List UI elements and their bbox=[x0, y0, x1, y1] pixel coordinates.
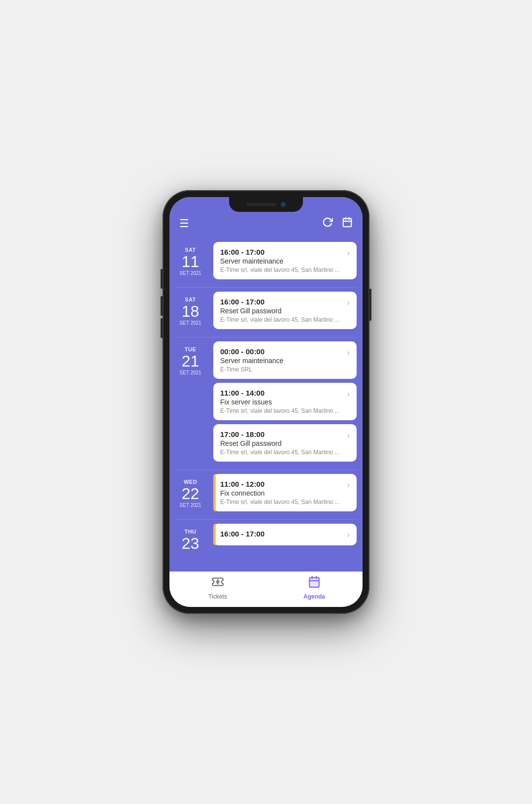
day-group-tue21: TUE 21 SET 2021 00:00 - 00:00 Server mai… bbox=[169, 337, 363, 469]
events-col-tue21: 00:00 - 00:00 Server mainteinance E-Time… bbox=[211, 337, 363, 469]
event-info: 16:00 - 17:00 Server mainteinance E-Time… bbox=[220, 248, 343, 273]
day-name: WED bbox=[184, 479, 197, 485]
header-right bbox=[322, 217, 353, 231]
event-location: E-Time SRL bbox=[220, 366, 343, 373]
menu-icon[interactable]: ☰ bbox=[179, 217, 189, 230]
tab-bar: Tickets Agenda bbox=[169, 571, 363, 607]
day-month: SET 2021 bbox=[179, 320, 201, 326]
chevron-icon: › bbox=[347, 390, 350, 399]
event-location: E-Time srl, viale del lavoro 45, San Mar… bbox=[220, 316, 343, 323]
day-month: SET 2021 bbox=[179, 370, 201, 375]
day-num: 21 bbox=[182, 353, 200, 369]
chevron-icon: › bbox=[347, 348, 350, 357]
events-col-sat18: 16:00 - 17:00 Reset Gill password E-Time… bbox=[211, 288, 363, 337]
chevron-icon: › bbox=[347, 431, 350, 440]
event-card[interactable]: 16:00 - 17:00 Server mainteinance E-Time… bbox=[213, 242, 357, 279]
event-time: 16:00 - 17:00 bbox=[220, 298, 343, 306]
event-info: 16:00 - 17:00 Reset Gill password E-Time… bbox=[220, 298, 343, 323]
event-location: E-Time srl, viale del lavoro 45, San Mar… bbox=[220, 407, 343, 414]
event-row: 11:00 - 12:00 Fix connection E-Time srl,… bbox=[220, 480, 350, 505]
tab-agenda[interactable]: Agenda bbox=[266, 575, 363, 604]
tickets-icon bbox=[211, 575, 224, 591]
day-month: SET 2021 bbox=[179, 270, 201, 276]
event-location: E-Time srl, viale del lavoro 45, San Mar… bbox=[220, 267, 343, 273]
svg-rect-0 bbox=[343, 219, 352, 227]
event-row: 11:00 - 14:00 Fix server issues E-Time s… bbox=[220, 389, 350, 414]
events-col-wed22: 11:00 - 12:00 Fix connection E-Time srl,… bbox=[211, 470, 363, 519]
event-card[interactable]: 16:00 - 17:00 Reset Gill password E-Time… bbox=[213, 292, 357, 329]
event-time: 11:00 - 12:00 bbox=[220, 480, 343, 488]
camera bbox=[281, 202, 286, 207]
event-title: Server mainteinance bbox=[220, 357, 343, 365]
day-group-thu23: THU 23 16:00 - 17:00 › bbox=[169, 520, 363, 561]
event-info: 16:00 - 17:00 bbox=[220, 530, 343, 538]
chevron-icon: › bbox=[347, 299, 350, 307]
day-name: THU bbox=[184, 529, 196, 535]
event-info: 00:00 - 00:00 Server mainteinance E-Time… bbox=[220, 347, 343, 373]
event-card-tue21-2[interactable]: 11:00 - 14:00 Fix server issues E-Time s… bbox=[213, 383, 357, 420]
chevron-icon: › bbox=[347, 531, 350, 539]
event-row: 16:00 - 17:00 Server mainteinance E-Time… bbox=[220, 248, 350, 273]
event-title: Reset Gill password bbox=[220, 439, 343, 447]
day-label-tue21: TUE 21 SET 2021 bbox=[169, 337, 211, 469]
agenda-icon bbox=[308, 575, 321, 591]
day-name: TUE bbox=[185, 346, 197, 352]
day-num: 18 bbox=[182, 303, 200, 319]
event-row: 16:00 - 17:00 Reset Gill password E-Time… bbox=[220, 298, 350, 323]
svg-rect-5 bbox=[309, 577, 319, 587]
event-row: 16:00 - 17:00 › bbox=[220, 530, 350, 539]
event-title: Fix server issues bbox=[220, 398, 343, 406]
event-time: 16:00 - 17:00 bbox=[220, 248, 343, 256]
event-time: 00:00 - 00:00 bbox=[220, 347, 343, 356]
event-title: Reset Gill password bbox=[220, 307, 343, 315]
event-location: E-Time srl, viale del lavoro 45, San Mar… bbox=[220, 449, 343, 456]
event-title: Fix connection bbox=[220, 489, 343, 497]
event-info: 11:00 - 12:00 Fix connection E-Time srl,… bbox=[220, 480, 343, 505]
day-group-sat18: SAT 18 SET 2021 16:00 - 17:00 Reset Gill… bbox=[169, 288, 363, 337]
events-col-thu23: 16:00 - 17:00 › bbox=[211, 520, 363, 561]
day-name: SAT bbox=[185, 247, 196, 253]
speaker bbox=[246, 203, 276, 206]
event-info: 17:00 - 18:00 Reset Gill password E-Time… bbox=[220, 430, 343, 456]
event-card-tue21-3[interactable]: 17:00 - 18:00 Reset Gill password E-Time… bbox=[213, 424, 357, 462]
event-info: 11:00 - 14:00 Fix server issues E-Time s… bbox=[220, 389, 343, 414]
event-row: 17:00 - 18:00 Reset Gill password E-Time… bbox=[220, 430, 350, 456]
day-group-wed22: WED 22 SET 2021 11:00 - 12:00 Fix connec… bbox=[169, 470, 363, 519]
day-label-wed22: WED 22 SET 2021 bbox=[169, 470, 211, 519]
tab-agenda-label: Agenda bbox=[303, 593, 325, 600]
phone-wrapper: ☰ bbox=[163, 190, 369, 614]
event-location: E-Time srl, viale del lavoro 45, San Mar… bbox=[220, 499, 343, 505]
chevron-icon: › bbox=[347, 249, 350, 258]
day-label-sat11: SAT 11 SET 2021 bbox=[169, 238, 211, 287]
tab-tickets[interactable]: Tickets bbox=[169, 575, 266, 604]
refresh-icon[interactable] bbox=[322, 217, 333, 231]
event-card-thu23[interactable]: 16:00 - 17:00 › bbox=[213, 524, 357, 545]
event-title: Server mainteinance bbox=[220, 257, 343, 265]
event-time: 11:00 - 14:00 bbox=[220, 389, 343, 397]
calendar-icon[interactable] bbox=[342, 217, 353, 231]
event-card-tue21-1[interactable]: 00:00 - 00:00 Server mainteinance E-Time… bbox=[213, 341, 357, 379]
day-num: 22 bbox=[182, 486, 200, 502]
notch bbox=[229, 197, 303, 212]
day-num: 23 bbox=[182, 536, 200, 551]
day-label-thu23: THU 23 bbox=[169, 520, 211, 561]
tab-tickets-label: Tickets bbox=[208, 593, 227, 600]
events-col-sat11: 16:00 - 17:00 Server mainteinance E-Time… bbox=[211, 238, 363, 287]
screen-inner: ☰ bbox=[169, 197, 363, 607]
event-card-wed22[interactable]: 11:00 - 12:00 Fix connection E-Time srl,… bbox=[213, 474, 357, 511]
chevron-icon: › bbox=[347, 481, 350, 490]
day-month: SET 2021 bbox=[179, 502, 201, 508]
event-row: 00:00 - 00:00 Server mainteinance E-Time… bbox=[220, 347, 350, 373]
event-time: 17:00 - 18:00 bbox=[220, 430, 343, 438]
phone-screen: ☰ bbox=[169, 197, 363, 607]
app-content: SAT 11 SET 2021 16:00 - 17:00 Server mai… bbox=[169, 238, 363, 607]
event-time: 16:00 - 17:00 bbox=[220, 530, 343, 538]
day-num: 11 bbox=[182, 254, 200, 269]
day-group-sat11: SAT 11 SET 2021 16:00 - 17:00 Server mai… bbox=[169, 238, 363, 287]
day-label-sat18: SAT 18 SET 2021 bbox=[169, 288, 211, 337]
day-name: SAT bbox=[185, 297, 196, 302]
